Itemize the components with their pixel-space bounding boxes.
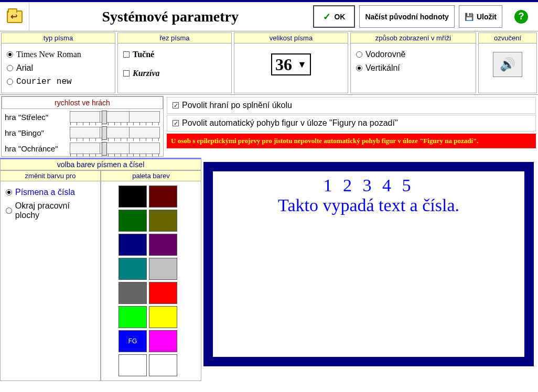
color-swatch[interactable] [119, 282, 147, 304]
bold-checkbox[interactable]: Tučné [123, 48, 226, 61]
radio-icon [7, 51, 13, 58]
color-target-letters[interactable]: Písmena a čísla [6, 186, 95, 199]
page-title: Systémové parametry [29, 2, 311, 31]
color-swatch[interactable] [119, 354, 147, 376]
speed-label: hra "Střelec" [5, 113, 68, 122]
speed-label: hra "Bingo" [5, 128, 68, 137]
chevron-down-icon: ▼ [297, 59, 307, 70]
help-button[interactable]: ? [507, 5, 536, 28]
sound-toggle-button[interactable]: 🔊 [493, 52, 522, 77]
font-type-group: typ písma Times New Roman Arial Courier … [1, 32, 115, 93]
font-option-courier[interactable]: Courier new [7, 75, 110, 89]
speed-slider[interactable] [70, 143, 160, 154]
checkbox-icon [173, 120, 179, 126]
game-speed-header: rychlost ve hrách [2, 96, 163, 109]
font-size-group: velikost písma 36 ▼ [234, 32, 348, 93]
speed-slider[interactable] [70, 127, 160, 138]
grid-mode-group: způsob zobrazení v mříži Vodorovně Verti… [350, 32, 476, 93]
color-swatch[interactable] [149, 234, 177, 256]
radio-icon [356, 51, 362, 58]
color-swatch[interactable] [119, 210, 147, 232]
save-button[interactable]: 💾 Uložit [459, 5, 502, 28]
font-style-header: řez písma [118, 33, 231, 43]
ok-button[interactable]: ✓ OK [313, 5, 355, 28]
game-speed-group: rychlost ve hrách hra "Střelec" hra "Bin… [1, 96, 164, 157]
radio-icon [7, 79, 13, 85]
ok-label: OK [334, 13, 345, 21]
preview-numbers: 1 2 3 4 5 [213, 176, 524, 195]
color-swatch[interactable] [149, 210, 177, 232]
allow-auto-checkbox[interactable]: Povolit automatický pohyb figur v úloze … [167, 115, 536, 132]
speaker-icon: 🔊 [500, 57, 515, 72]
font-style-group: řez písma Tučné Kurzíva [117, 32, 232, 93]
save-label: Uložit [477, 13, 497, 21]
color-swatch[interactable] [119, 330, 147, 352]
reload-label: Načíst původní hodnoty [365, 13, 448, 21]
color-swatch[interactable] [149, 306, 177, 328]
header-bar: Systémové parametry ✓ OK Načíst původní … [0, 2, 538, 31]
color-swatch[interactable] [149, 186, 177, 208]
preview-text: Takto vypadá text a čísla. [213, 195, 524, 215]
speed-row: hra "Bingo" [2, 125, 163, 140]
radio-icon [6, 189, 12, 195]
reload-defaults-button[interactable]: Načíst původní hodnoty [359, 5, 454, 28]
color-target-border[interactable]: Okraj pracovní plochy [6, 199, 95, 222]
color-swatch[interactable] [119, 234, 147, 256]
font-type-header: typ písma [2, 33, 115, 43]
help-icon: ? [514, 10, 528, 24]
back-button[interactable] [0, 2, 29, 31]
epilepsy-warning: U osob s epileptickými projevy pro jisto… [167, 134, 536, 148]
sound-group: ozvučení 🔊 [478, 32, 537, 93]
speed-row: hra "Střelec" [2, 109, 163, 125]
color-swatch[interactable] [119, 186, 147, 208]
speed-slider[interactable] [70, 111, 160, 123]
radio-icon [7, 65, 13, 71]
font-size-dropdown[interactable]: 36 ▼ [271, 53, 311, 75]
speed-row: hra "Ochránce" [2, 140, 163, 156]
checkbox-icon [123, 70, 130, 77]
color-swatch[interactable] [149, 282, 177, 304]
preview-canvas: 1 2 3 4 5 Takto vypadá text a čísla. [213, 171, 524, 357]
radio-icon [356, 65, 362, 71]
italic-checkbox[interactable]: Kurzíva [123, 67, 226, 80]
grid-option-horizontal[interactable]: Vodorovně [356, 48, 470, 61]
color-swatch[interactable] [119, 258, 147, 280]
grid-mode-header: způsob zobrazení v mříži [351, 33, 476, 43]
color-swatch[interactable] [119, 306, 147, 328]
font-option-arial[interactable]: Arial [7, 61, 110, 75]
folder-up-icon [7, 10, 23, 23]
checkbox-icon [123, 51, 130, 58]
save-icon: 💾 [465, 13, 474, 21]
color-palette [114, 181, 188, 380]
radio-icon [6, 208, 12, 214]
color-swatch[interactable] [149, 258, 177, 280]
color-section-header: volba barev písmen a čísel [0, 158, 201, 170]
grid-option-vertical[interactable]: Vertikální [356, 61, 470, 75]
change-for-header: změnit barvu pro [1, 171, 100, 181]
preview-frame: 1 2 3 4 5 Takto vypadá text a čísla. [203, 162, 534, 366]
speed-label: hra "Ochránce" [5, 144, 68, 153]
palette-header: paleta barev [101, 171, 201, 181]
allow-play-checkbox[interactable]: Povolit hraní po splnění úkolu [167, 97, 536, 114]
checkbox-icon [173, 102, 179, 108]
sound-header: ozvučení [479, 33, 536, 43]
check-icon: ✓ [323, 11, 331, 23]
font-size-value: 36 [275, 55, 292, 74]
color-swatch[interactable] [149, 354, 177, 376]
font-size-header: velikost písma [234, 33, 348, 43]
font-option-tnr[interactable]: Times New Roman [7, 48, 110, 61]
color-swatch[interactable] [149, 330, 177, 352]
